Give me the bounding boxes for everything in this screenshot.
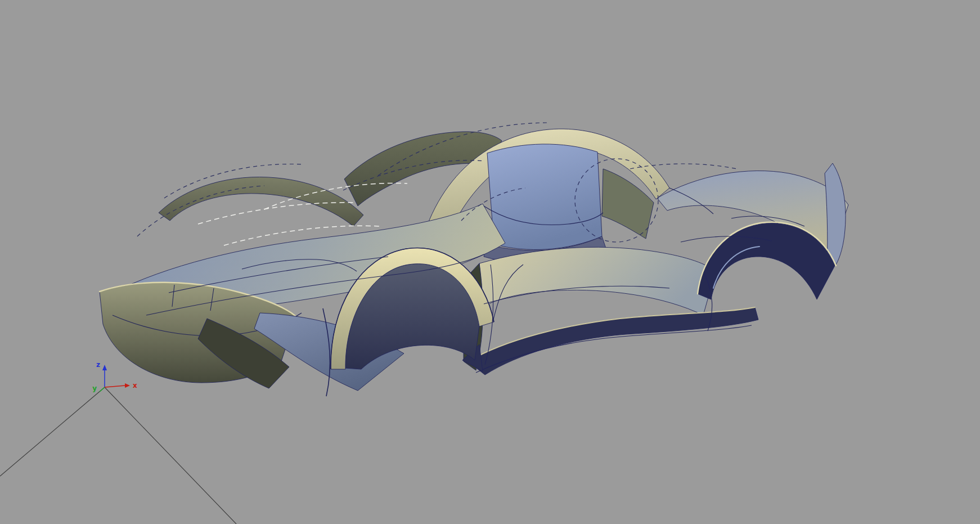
viewport-3d[interactable]: z x y <box>0 0 980 524</box>
x-axis-label: x <box>133 382 137 389</box>
windshield-surface[interactable] <box>487 144 602 250</box>
z-axis-label: z <box>96 361 100 369</box>
car-model-canvas[interactable]: z x y <box>0 0 980 524</box>
y-axis-label: y <box>92 384 97 392</box>
